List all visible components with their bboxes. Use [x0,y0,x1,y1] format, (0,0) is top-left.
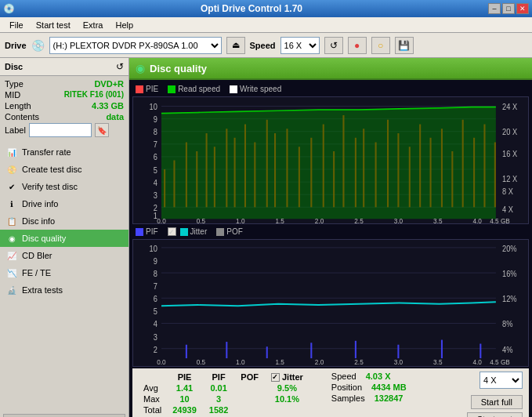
drive-select[interactable]: (H:) PLEXTOR DVDR PX-890SA 1.00 [49,37,222,54]
svg-text:4.5 GB: 4.5 GB [490,217,510,223]
svg-text:1.5: 1.5 [275,217,284,223]
fe-te-icon: 📉 [6,267,17,278]
jitter-col-header: ✓ Jitter [265,372,309,383]
pie-col-header: PIE [166,372,203,383]
svg-text:5: 5 [154,307,157,317]
refresh-btn[interactable]: ↺ [324,37,343,54]
nav-label-transfer-rate: Transfer rate [22,147,71,157]
avg-pof [234,383,265,393]
close-btn[interactable]: ✕ [516,3,529,14]
circle-btn[interactable]: ○ [371,37,390,54]
nav-item-create-test-disc[interactable]: 📀 Create test disc [0,161,128,178]
position-key-label: Position [331,383,362,392]
nav-item-fe-te[interactable]: 📉 FE / TE [0,264,128,281]
pie-legend-box [136,85,143,93]
nav-label-disc-info: Disc info [22,216,55,226]
maximize-btn[interactable]: □ [502,3,515,14]
nav-label-create-test-disc: Create test disc [22,165,81,174]
content-header: ◉ Disc quality [129,58,532,80]
pif-legend-box [136,228,143,236]
nav-label-extra-tests: Extra tests [22,285,63,295]
mid-value: RITEK F16 (001) [64,90,124,100]
svg-text:3.0: 3.0 [394,357,403,366]
menu-start-test[interactable]: Start test [30,19,77,31]
contents-label: Contents [5,112,39,121]
app-icon: 💿 [3,3,15,14]
pie-legend-label: PIE [146,85,158,93]
menu-file[interactable]: File [3,19,30,31]
minimize-btn[interactable]: – [488,3,501,14]
svg-text:7: 7 [154,140,157,150]
jitter-checkbox[interactable]: ✓ [168,227,176,236]
avg-row-label: Avg [139,383,166,393]
svg-text:4.5 GB: 4.5 GB [490,357,510,366]
speed-key-label: Speed [331,372,356,381]
nav-item-transfer-rate[interactable]: 📊 Transfer rate [0,143,128,161]
stats-area: PIE PIF POF ✓ Jitter Avg 1.41 0.01 9.5% [132,368,529,417]
avg-jitter: 9.5% [265,383,309,393]
svg-text:4.0: 4.0 [472,217,482,223]
svg-text:1.5: 1.5 [275,357,284,366]
app-title: Opti Drive Control 1.70 [15,3,488,14]
nav-item-extra-tests[interactable]: 🔬 Extra tests [0,281,128,299]
total-jitter [265,404,309,415]
total-pif: 1582 [203,404,234,415]
title-bar: 💿 Opti Drive Control 1.70 – □ ✕ [0,0,532,17]
svg-text:4: 4 [154,178,158,187]
sidebar-nav: 📊 Transfer rate 📀 Create test disc ✔ Ver… [0,143,128,299]
speed-mode-select[interactable]: 4 X [480,372,523,389]
type-value: DVD+R [94,79,124,89]
contents-value: data [106,112,124,121]
chart1-legend: PIE Read speed Write speed [132,83,529,95]
drive-info-icon: ℹ [6,198,17,209]
drive-icon: 💿 [31,39,45,52]
read-speed-legend-label: Read speed [178,85,220,93]
jitter-legend-label: Jitter [190,227,208,236]
pof-col-header: POF [234,372,265,383]
disc-section-label: Disc [5,62,23,71]
nav-item-disc-quality[interactable]: ◉ Disc quality [0,230,128,247]
nav-item-cd-bler[interactable]: 📈 CD Bler [0,247,128,264]
svg-rect-95 [441,340,443,359]
extra-tests-icon: 🔬 [6,285,17,296]
svg-text:20%: 20% [502,244,517,253]
disc-quality-icon: ◉ [6,233,17,244]
status-window-btn-sidebar[interactable]: Status window >> [3,414,125,417]
menu-bar: File Start test Extra Help [0,17,532,33]
nav-item-drive-info[interactable]: ℹ Drive info [0,195,128,212]
max-jitter: 10.1% [265,393,309,404]
save-btn[interactable]: 💾 [395,37,414,54]
start-full-button[interactable]: Start full [471,395,523,409]
svg-text:8: 8 [154,269,157,278]
svg-rect-92 [310,343,312,358]
drive-label: Drive [5,41,27,50]
nav-label-disc-quality: Disc quality [22,234,66,243]
eject-btn[interactable]: ⏏ [226,37,245,54]
red-dot-btn[interactable]: ● [348,37,367,54]
menu-help[interactable]: Help [109,19,139,31]
samples-key-label: Samples [331,393,365,403]
chart2-legend: PIF ✓ Jitter POF [132,226,529,238]
svg-text:3.0: 3.0 [394,217,404,223]
svg-text:3.5: 3.5 [433,357,442,366]
start-part-button[interactable]: Start part [467,412,523,417]
menu-extra[interactable]: Extra [77,19,110,31]
avg-pif: 0.01 [203,383,234,393]
svg-text:16%: 16% [502,269,517,278]
verify-test-disc-icon: ✔ [6,181,17,192]
disc-refresh-icon[interactable]: ↺ [116,61,124,72]
max-pie: 10 [166,393,203,404]
svg-rect-93 [355,341,356,358]
label-icon-btn[interactable]: 🔖 [95,123,109,137]
svg-text:1.0: 1.0 [236,217,245,223]
svg-text:4%: 4% [502,345,512,354]
svg-text:3: 3 [154,332,157,342]
nav-item-disc-info[interactable]: 📋 Disc info [0,212,128,230]
nav-item-verify-test-disc[interactable]: ✔ Verify test disc [0,178,128,195]
position-key-value: 4434 MB [371,383,407,392]
speed-select-drive[interactable]: 16 X [280,37,320,54]
label-input[interactable] [29,123,92,137]
samples-key-value: 132847 [375,393,404,403]
svg-text:2.0: 2.0 [315,217,324,223]
svg-text:24 X: 24 X [502,103,517,112]
